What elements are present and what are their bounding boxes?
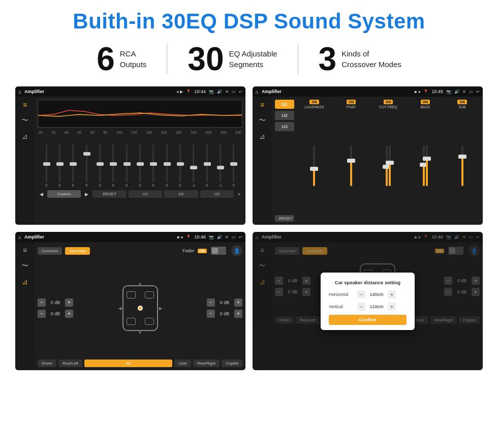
screen3-main: Common Specialty Fader ON 👤: [35, 242, 245, 370]
stat-crossover-text: Kinds of Crossover Modes: [341, 48, 401, 70]
screen3-eq-icon[interactable]: ≡: [23, 246, 27, 254]
fader-specialty-btn[interactable]: Specialty: [65, 247, 89, 255]
eq-slider-8[interactable]: 0: [147, 144, 160, 187]
screen3-back: ↩: [239, 235, 242, 240]
wave-sidebar-icon[interactable]: 〜: [21, 116, 28, 125]
eq-slider-13[interactable]: -1: [213, 144, 227, 187]
eq-u2-btn[interactable]: U2: [164, 190, 198, 198]
screen3-home-icon: ⌂: [18, 234, 21, 240]
eq-slider-6[interactable]: 0: [120, 144, 133, 187]
screen3-wave-icon[interactable]: 〜: [21, 261, 28, 271]
db-minus-rl[interactable]: −: [38, 310, 46, 318]
crossover-layout: U1 U2 U3 RESET ON LOUDNESS: [275, 100, 480, 222]
eq-slider-12[interactable]: 0: [200, 144, 213, 187]
ch-bass-on[interactable]: ON: [421, 100, 430, 104]
ch-loudness-slider[interactable]: [297, 110, 332, 222]
fader-rearleft-btn[interactable]: RearLeft: [58, 360, 82, 367]
db-plus-fl[interactable]: +: [65, 298, 73, 307]
eq-sliders-container: 0 0 0 5 0 0 0 0 0 0 0 -1 0 -1 0: [38, 136, 242, 187]
eq-freq-80: 80: [103, 131, 107, 134]
stat-rca-text: RCA Outputs: [120, 48, 147, 70]
eq-slider-7[interactable]: 0: [133, 144, 146, 187]
ch-sub-on[interactable]: ON: [457, 100, 467, 104]
eq-slider-4[interactable]: 0: [93, 144, 106, 187]
db-minus-fr[interactable]: −: [207, 298, 215, 307]
crossover-u3-btn[interactable]: U3: [275, 122, 294, 131]
screen3-speaker-icon[interactable]: ⊿: [22, 278, 28, 286]
dialog-horizontal-label: Horizontal: [329, 292, 355, 297]
db-plus-fr[interactable]: +: [234, 298, 242, 307]
fader-common-btn[interactable]: Common: [38, 247, 62, 255]
fader-rearright-btn[interactable]: RearRight: [193, 360, 220, 367]
dialog-vertical-plus[interactable]: +: [388, 303, 396, 311]
eq-custom-btn[interactable]: Custom: [47, 190, 81, 198]
fader-user-btn[interactable]: User: [174, 360, 191, 367]
screen2-wave-icon[interactable]: 〜: [259, 116, 266, 125]
screen2-content: ≡ 〜 ⊿ U1 U2 U3 RESET: [253, 97, 483, 225]
dots-icon: ● ▶: [176, 89, 183, 94]
volume-icon: 🔊: [217, 89, 222, 94]
eq-slider-2[interactable]: 0: [67, 144, 80, 187]
eq-freq-320: 320: [191, 131, 197, 134]
crossover-channels: ON LOUDNESS ON PHAT: [297, 100, 480, 222]
fader-copilot-btn[interactable]: Copilot: [222, 360, 242, 367]
db-plus-rl[interactable]: +: [65, 310, 73, 318]
db-minus-rr[interactable]: −: [207, 310, 215, 318]
screen2-speaker-icon[interactable]: ⊿: [259, 132, 265, 140]
distance-dialog: Car speaker distance setting Horizontal …: [321, 273, 415, 330]
ch-cutfreq-on[interactable]: ON: [384, 100, 393, 104]
screen2-back: ↩: [476, 89, 480, 94]
ch-phat-slider[interactable]: [334, 110, 369, 222]
ch-sub: ON SUB: [445, 100, 480, 222]
eq-slider-0[interactable]: 0: [40, 144, 53, 187]
crossover-u1-btn[interactable]: U1: [275, 100, 294, 109]
db-row-fl: − 0 dB +: [38, 298, 73, 307]
eq-slider-9[interactable]: 0: [160, 144, 173, 187]
dialog-vertical-minus[interactable]: −: [357, 303, 365, 311]
db-plus-rr[interactable]: +: [234, 310, 242, 318]
eq-u1-btn[interactable]: U1: [129, 190, 162, 198]
eq-u3-btn[interactable]: U3: [200, 190, 234, 198]
screen-distance-dialog: ⌂ Amplifier ■ ● 📍 10:46 📷 🔊 ✕ ▭ ↩ ≡ 〜 ⊿: [253, 232, 483, 370]
fader-on-toggle[interactable]: ON: [198, 249, 207, 253]
eq-more-button[interactable]: »: [236, 191, 242, 198]
eq-prev-button[interactable]: ◀: [38, 191, 45, 198]
screen1-content: ≡ 〜 ⊿ 25 32: [15, 97, 245, 225]
eq-slider-3[interactable]: 5: [80, 144, 93, 187]
crossover-u2-btn[interactable]: U2: [275, 111, 294, 120]
eq-freq-125: 125: [131, 131, 137, 134]
home-icon: ⌂: [18, 89, 21, 95]
eq-next-button[interactable]: ▶: [83, 191, 90, 198]
eq-slider-10[interactable]: 0: [173, 144, 186, 187]
speaker-sidebar-icon[interactable]: ⊿: [22, 132, 28, 140]
crossover-reset-btn[interactable]: RESET: [275, 215, 294, 222]
ch-loudness-on[interactable]: ON: [309, 100, 319, 104]
dialog-horizontal-minus[interactable]: −: [357, 290, 365, 298]
screen1-app-title: Amplifier: [24, 89, 173, 94]
fader-top-row: Common Specialty Fader ON 👤: [38, 245, 242, 256]
camera-icon: 📷: [209, 89, 214, 94]
dialog-confirm-button[interactable]: Confirm: [329, 315, 407, 325]
db-val-fl: 0 dB: [48, 300, 63, 305]
fader-driver-btn[interactable]: Driver: [38, 360, 56, 367]
ch-cutfreq-slider[interactable]: [371, 110, 406, 222]
eq-slider-14[interactable]: 0: [227, 144, 240, 187]
eq-slider-1[interactable]: 0: [53, 144, 66, 187]
close-icon: ✕: [225, 89, 229, 94]
ch-bass-slider[interactable]: [408, 110, 443, 222]
dialog-horizontal-value: 140cm: [367, 292, 386, 297]
db-minus-fl[interactable]: −: [38, 298, 46, 307]
screen2-eq-icon[interactable]: ≡: [260, 101, 264, 109]
ch-sub-slider[interactable]: [445, 110, 480, 222]
screen2-camera: 📷: [446, 89, 451, 94]
fader-all-btn[interactable]: All: [84, 360, 172, 367]
eq-slider-5[interactable]: 0: [107, 144, 120, 187]
screen3-camera: 📷: [209, 235, 214, 240]
eq-freq-400: 400: [206, 131, 212, 134]
ch-phat-on[interactable]: ON: [347, 100, 356, 104]
eq-reset-btn[interactable]: RESET: [92, 190, 126, 198]
eq-slider-11[interactable]: -1: [187, 144, 200, 187]
eq-sidebar-icon[interactable]: ≡: [23, 101, 27, 109]
dialog-horizontal-plus[interactable]: +: [388, 290, 396, 298]
eq-freq-160: 160: [146, 131, 152, 134]
